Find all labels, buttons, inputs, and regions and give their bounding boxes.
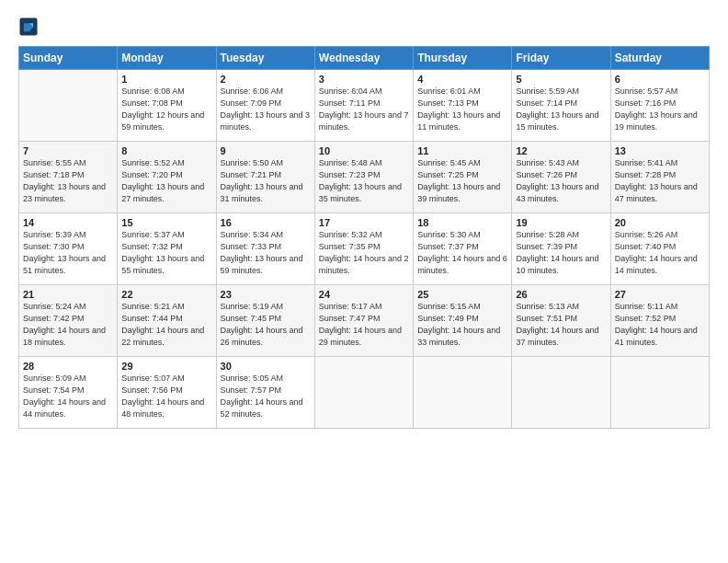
day-number: 29 — [121, 361, 211, 372]
day-info: Sunrise: 6:04 AM Sunset: 7:11 PM Dayligh… — [319, 86, 409, 133]
day-number: 12 — [516, 145, 606, 156]
calendar-cell: 7 Sunrise: 5:55 AM Sunset: 7:18 PM Dayli… — [19, 142, 118, 213]
weekday-header: Friday — [512, 47, 610, 70]
day-number: 17 — [319, 217, 409, 228]
day-number: 18 — [417, 217, 507, 228]
calendar-cell: 9 Sunrise: 5:50 AM Sunset: 7:21 PM Dayli… — [216, 142, 314, 213]
weekday-header: Wednesday — [314, 47, 413, 70]
calendar-cell: 24 Sunrise: 5:17 AM Sunset: 7:47 PM Dayl… — [314, 285, 413, 357]
day-number: 1 — [121, 74, 211, 85]
day-number: 13 — [615, 145, 705, 156]
calendar-cell: 3 Sunrise: 6:04 AM Sunset: 7:11 PM Dayli… — [314, 70, 413, 142]
day-info: Sunrise: 5:13 AM Sunset: 7:51 PM Dayligh… — [516, 301, 606, 349]
calendar-cell: 27 Sunrise: 5:11 AM Sunset: 7:52 PM Dayl… — [610, 285, 709, 357]
day-info: Sunrise: 5:09 AM Sunset: 7:54 PM Dayligh… — [23, 373, 113, 420]
day-info: Sunrise: 5:17 AM Sunset: 7:47 PM Dayligh… — [319, 301, 409, 349]
day-info: Sunrise: 5:30 AM Sunset: 7:37 PM Dayligh… — [417, 229, 507, 277]
day-info: Sunrise: 5:32 AM Sunset: 7:35 PM Dayligh… — [319, 229, 409, 277]
calendar-cell: 15 Sunrise: 5:37 AM Sunset: 7:32 PM Dayl… — [118, 213, 216, 285]
logo — [18, 17, 40, 37]
calendar-cell — [314, 357, 413, 429]
day-info: Sunrise: 5:28 AM Sunset: 7:39 PM Dayligh… — [516, 229, 606, 277]
calendar-cell: 16 Sunrise: 5:34 AM Sunset: 7:33 PM Dayl… — [216, 213, 314, 285]
calendar-cell: 25 Sunrise: 5:15 AM Sunset: 7:49 PM Dayl… — [414, 285, 512, 357]
weekday-header: Sunday — [19, 47, 118, 70]
calendar-cell: 11 Sunrise: 5:45 AM Sunset: 7:25 PM Dayl… — [414, 142, 512, 213]
day-number: 24 — [319, 289, 409, 300]
day-number: 27 — [615, 289, 705, 300]
day-info: Sunrise: 5:19 AM Sunset: 7:45 PM Dayligh… — [221, 301, 311, 349]
day-info: Sunrise: 5:55 AM Sunset: 7:18 PM Dayligh… — [23, 157, 113, 205]
day-info: Sunrise: 5:45 AM Sunset: 7:25 PM Dayligh… — [417, 157, 507, 205]
day-info: Sunrise: 6:06 AM Sunset: 7:09 PM Dayligh… — [221, 86, 311, 133]
calendar-week-row: 1 Sunrise: 6:08 AM Sunset: 7:08 PM Dayli… — [19, 70, 710, 142]
day-info: Sunrise: 5:50 AM Sunset: 7:21 PM Dayligh… — [221, 157, 311, 205]
day-number: 26 — [516, 289, 606, 300]
calendar-cell: 14 Sunrise: 5:39 AM Sunset: 7:30 PM Dayl… — [19, 213, 118, 285]
calendar-cell — [19, 70, 118, 142]
day-number: 30 — [221, 361, 311, 372]
day-info: Sunrise: 5:11 AM Sunset: 7:52 PM Dayligh… — [615, 301, 705, 349]
calendar-cell — [512, 357, 610, 429]
calendar-cell: 5 Sunrise: 5:59 AM Sunset: 7:14 PM Dayli… — [512, 70, 610, 142]
logo-icon — [18, 17, 39, 37]
day-info: Sunrise: 5:26 AM Sunset: 7:40 PM Dayligh… — [615, 229, 705, 277]
calendar-cell: 13 Sunrise: 5:41 AM Sunset: 7:28 PM Dayl… — [610, 142, 709, 213]
day-number: 16 — [221, 217, 311, 228]
calendar-cell: 23 Sunrise: 5:19 AM Sunset: 7:45 PM Dayl… — [216, 285, 314, 357]
day-info: Sunrise: 5:21 AM Sunset: 7:44 PM Dayligh… — [121, 301, 211, 349]
calendar-cell: 17 Sunrise: 5:32 AM Sunset: 7:35 PM Dayl… — [314, 213, 413, 285]
day-number: 20 — [615, 217, 705, 228]
day-number: 4 — [417, 74, 507, 85]
calendar-cell: 30 Sunrise: 5:05 AM Sunset: 7:57 PM Dayl… — [216, 357, 314, 429]
day-info: Sunrise: 5:07 AM Sunset: 7:56 PM Dayligh… — [121, 373, 211, 420]
calendar-header-row: SundayMondayTuesdayWednesdayThursdayFrid… — [19, 47, 710, 70]
calendar-cell: 4 Sunrise: 6:01 AM Sunset: 7:13 PM Dayli… — [414, 70, 512, 142]
calendar-week-row: 7 Sunrise: 5:55 AM Sunset: 7:18 PM Dayli… — [19, 142, 710, 213]
weekday-header: Tuesday — [216, 47, 314, 70]
calendar-cell: 6 Sunrise: 5:57 AM Sunset: 7:16 PM Dayli… — [610, 70, 709, 142]
day-info: Sunrise: 5:39 AM Sunset: 7:30 PM Dayligh… — [23, 229, 113, 277]
day-info: Sunrise: 5:37 AM Sunset: 7:32 PM Dayligh… — [121, 229, 211, 277]
calendar-cell — [610, 357, 709, 429]
day-number: 10 — [319, 145, 409, 156]
calendar-cell: 26 Sunrise: 5:13 AM Sunset: 7:51 PM Dayl… — [512, 285, 610, 357]
day-number: 3 — [319, 74, 409, 85]
header — [18, 17, 710, 37]
day-info: Sunrise: 5:05 AM Sunset: 7:57 PM Dayligh… — [221, 373, 311, 420]
page: SundayMondayTuesdayWednesdayThursdayFrid… — [0, 0, 728, 563]
day-number: 14 — [23, 217, 113, 228]
day-number: 5 — [516, 74, 606, 85]
day-number: 7 — [23, 145, 113, 156]
calendar-week-row: 28 Sunrise: 5:09 AM Sunset: 7:54 PM Dayl… — [19, 357, 710, 429]
weekday-header: Saturday — [610, 47, 709, 70]
day-number: 25 — [417, 289, 507, 300]
calendar-week-row: 14 Sunrise: 5:39 AM Sunset: 7:30 PM Dayl… — [19, 213, 710, 285]
calendar-cell: 2 Sunrise: 6:06 AM Sunset: 7:09 PM Dayli… — [216, 70, 314, 142]
calendar-cell: 12 Sunrise: 5:43 AM Sunset: 7:26 PM Dayl… — [512, 142, 610, 213]
weekday-header: Monday — [118, 47, 216, 70]
calendar-cell: 10 Sunrise: 5:48 AM Sunset: 7:23 PM Dayl… — [314, 142, 413, 213]
day-number: 21 — [23, 289, 113, 300]
day-number: 28 — [23, 361, 113, 372]
day-info: Sunrise: 6:08 AM Sunset: 7:08 PM Dayligh… — [121, 86, 211, 133]
day-number: 8 — [121, 145, 211, 156]
calendar-cell: 1 Sunrise: 6:08 AM Sunset: 7:08 PM Dayli… — [118, 70, 216, 142]
day-info: Sunrise: 5:34 AM Sunset: 7:33 PM Dayligh… — [221, 229, 311, 277]
day-number: 6 — [615, 74, 705, 85]
calendar-cell: 8 Sunrise: 5:52 AM Sunset: 7:20 PM Dayli… — [118, 142, 216, 213]
day-number: 23 — [221, 289, 311, 300]
day-info: Sunrise: 5:52 AM Sunset: 7:20 PM Dayligh… — [121, 157, 211, 205]
calendar-cell — [414, 357, 512, 429]
day-number: 15 — [121, 217, 211, 228]
calendar-cell: 28 Sunrise: 5:09 AM Sunset: 7:54 PM Dayl… — [19, 357, 118, 429]
calendar-week-row: 21 Sunrise: 5:24 AM Sunset: 7:42 PM Dayl… — [19, 285, 710, 357]
day-info: Sunrise: 5:59 AM Sunset: 7:14 PM Dayligh… — [516, 86, 606, 133]
calendar-cell: 29 Sunrise: 5:07 AM Sunset: 7:56 PM Dayl… — [118, 357, 216, 429]
calendar-cell: 22 Sunrise: 5:21 AM Sunset: 7:44 PM Dayl… — [118, 285, 216, 357]
calendar-cell: 20 Sunrise: 5:26 AM Sunset: 7:40 PM Dayl… — [610, 213, 709, 285]
day-number: 9 — [221, 145, 311, 156]
day-info: Sunrise: 5:24 AM Sunset: 7:42 PM Dayligh… — [23, 301, 113, 349]
day-info: Sunrise: 5:15 AM Sunset: 7:49 PM Dayligh… — [417, 301, 507, 349]
day-number: 19 — [516, 217, 606, 228]
